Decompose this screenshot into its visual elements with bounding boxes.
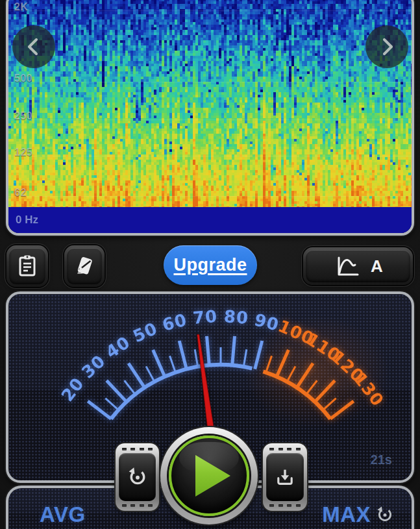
reset-session-face — [119, 453, 156, 501]
gauge-tick — [277, 350, 288, 376]
play-icon — [194, 454, 232, 498]
gauge-blue-scale: 2030405060708090 — [57, 306, 281, 419]
avg-label: AVG — [40, 502, 86, 526]
gauge-tick — [153, 350, 165, 376]
clipboard-icon — [16, 254, 38, 278]
film-perforations — [266, 502, 304, 508]
chevron-left-icon — [24, 36, 43, 58]
gauge-tick — [170, 356, 176, 373]
play-button-face — [169, 436, 249, 516]
save-recording-face — [266, 453, 304, 501]
gauge-tick — [232, 336, 235, 365]
gauge-scale-label: 80 — [223, 306, 250, 328]
reset-icon — [127, 466, 149, 488]
gauge-scale-label: 40 — [102, 332, 133, 362]
gauge-tick — [125, 380, 136, 394]
freq-axis-label: 62 — [14, 187, 27, 199]
gauge-tick — [207, 336, 210, 365]
gauge-scale-label: 70 — [192, 306, 219, 328]
skins-button-face — [67, 248, 102, 284]
frequency-weighting-label: A — [371, 256, 383, 277]
gauge-tick — [243, 349, 247, 367]
prev-view-button[interactable] — [12, 25, 55, 68]
upgrade-button[interactable]: Upgrade — [164, 245, 257, 285]
records-button-face — [9, 248, 45, 284]
skins-button[interactable] — [64, 245, 105, 287]
next-view-button[interactable] — [365, 25, 408, 68]
gauge-tick — [105, 399, 118, 410]
freq-axis-label: 2K — [14, 1, 28, 13]
gauge-tick — [106, 380, 127, 402]
freq-axis-label: 500 — [14, 73, 32, 84]
gauge-tick — [255, 341, 262, 369]
chevron-right-icon — [377, 36, 397, 58]
decibel-meter-app: 2K50025012562 0 Hz — [0, 0, 420, 529]
frequency-weighting-face: A — [306, 250, 410, 282]
gauge-tick — [179, 341, 186, 369]
download-icon — [274, 466, 296, 488]
gauge-tick — [195, 349, 198, 367]
max-label: MAX — [322, 502, 371, 527]
spectrogram-panel: 2K50025012562 0 Hz — [6, 0, 414, 236]
gauge-tick — [287, 366, 295, 382]
curve-icon — [333, 254, 362, 278]
cards-icon — [72, 254, 97, 278]
gauge-tick — [266, 356, 272, 373]
film-perforations — [119, 446, 156, 452]
gauge-needle — [197, 334, 215, 432]
play-button[interactable] — [160, 427, 258, 524]
reset-session-button[interactable] — [116, 443, 159, 511]
records-button[interactable] — [6, 245, 48, 287]
max-reset-button[interactable] — [375, 505, 395, 524]
freq-axis-label: 250 — [14, 110, 32, 122]
upgrade-button-label: Upgrade — [173, 255, 247, 275]
gauge-tick — [330, 401, 354, 419]
gauge-tick — [306, 380, 317, 394]
gauge-scale-label: 20 — [57, 374, 88, 406]
spectrogram-canvas[interactable] — [8, 0, 412, 233]
gauge-scale-label: 50 — [130, 319, 160, 347]
gauge-tick — [297, 363, 313, 388]
film-perforations — [266, 446, 304, 452]
gauge-tick — [146, 366, 154, 382]
gauge-scale-label: 60 — [160, 310, 189, 335]
elapsed-time-label: 21s — [371, 452, 392, 467]
gauge-scale-label: 30 — [78, 351, 109, 382]
gauge-tick — [323, 399, 336, 410]
gauge-tick — [315, 380, 335, 402]
freq-axis-zero-label: 0 Hz — [16, 214, 38, 227]
gauge-tick — [88, 401, 111, 419]
film-perforations — [119, 502, 156, 508]
gauge-orange-scale: 100110120130 — [264, 316, 388, 419]
gauge-tick — [129, 363, 145, 388]
freq-axis-label: 125 — [14, 147, 32, 158]
frequency-weighting-button[interactable]: A — [303, 247, 413, 285]
save-recording-button[interactable] — [263, 443, 307, 511]
